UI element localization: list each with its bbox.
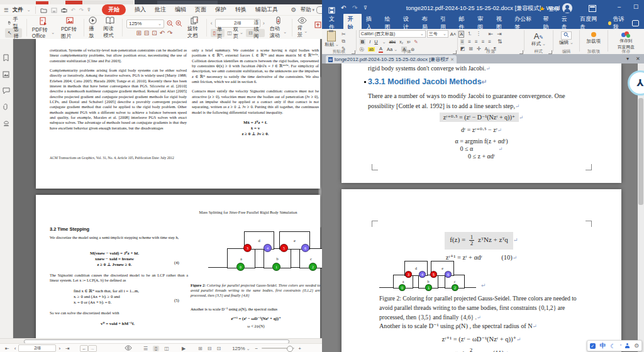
pdf-to-office-button[interactable]: W PDF转Office⌄ xyxy=(29,17,58,39)
fit-actual-icon[interactable]: ⊡ xyxy=(216,346,221,351)
help-menu[interactable]: 帮助▾ xyxy=(300,6,314,14)
rotate-document-button[interactable]: 旋转文档 xyxy=(184,16,204,39)
warning-icon[interactable]: ▲ xyxy=(539,4,545,11)
strikethrough-button[interactable]: abc xyxy=(389,40,396,44)
play-slideshow-button[interactable]: 播放 xyxy=(86,16,100,39)
ime-punctuation-icon[interactable]: ’’ xyxy=(620,344,621,348)
layout-single-icon[interactable]: ▯ xyxy=(153,346,159,351)
two-page-button[interactable]: ◫ 双页 ⌄ xyxy=(225,29,246,37)
ime-state-icon[interactable]: ✓ xyxy=(590,343,596,349)
word-vertical-scrollbar-thumb[interactable] xyxy=(638,98,643,205)
paste-button[interactable]: 粘贴⌄ xyxy=(325,31,339,48)
align-right-icon[interactable]: ≡ xyxy=(475,39,478,45)
prev-page-icon[interactable]: ‹ xyxy=(211,20,213,26)
multilevel-list-icon[interactable]: ⋮ xyxy=(476,31,481,36)
superscript-button[interactable]: x² xyxy=(407,40,410,44)
document-tab[interactable]: W tonge2012.pdf-2024-10-25 15-25-02.docx… xyxy=(326,55,457,63)
pdf-tab-annotate[interactable]: 批注 xyxy=(155,6,166,14)
bullets-icon[interactable]: ∷ xyxy=(460,31,464,36)
pdf-tab-edit[interactable]: 编辑 xyxy=(175,6,186,14)
pdf-tab-convert[interactable]: 转换 xyxy=(235,6,247,14)
save-icon[interactable] xyxy=(51,6,57,13)
status-zoom-value[interactable]: 125%⌄ xyxy=(232,346,250,351)
account-label[interactable]: 登录 xyxy=(548,6,559,13)
pdf-tab-protect[interactable]: 保护 xyxy=(215,6,226,14)
minimize-button[interactable]: – xyxy=(618,4,621,10)
word-vertical-scrollbar[interactable] xyxy=(638,63,644,352)
layout-facing-icon[interactable]: ◫ xyxy=(164,346,169,351)
font-size-dropdown[interactable]: 三号⌄ xyxy=(427,30,448,38)
ime-fullwidth-moon-icon[interactable]: ☾ xyxy=(610,343,616,349)
layout-continuous-icon[interactable]: ☰ xyxy=(143,346,148,351)
underline-button[interactable]: U xyxy=(374,39,377,45)
save-to-baidu-button[interactable]: 保存到 百度网盘 xyxy=(611,31,641,50)
auto-scroll-button[interactable]: 自动滚动⌄ xyxy=(267,16,290,39)
chat-bubble-icon[interactable] xyxy=(316,6,322,14)
word-canvas[interactable]: rigid body systems don't converge with J… xyxy=(322,63,644,352)
compress-button-clipped[interactable] xyxy=(311,21,322,35)
gear-icon[interactable]: ⚙ xyxy=(291,6,297,13)
fit-width-icon[interactable]: ⊞ xyxy=(198,346,203,351)
zoom-level-dropdown[interactable]: 125% ⌄ xyxy=(126,19,164,28)
line-spacing-icon[interactable]: ⇅ xyxy=(497,38,502,45)
history-forward-button[interactable]: → xyxy=(88,345,97,352)
ime-settings-gear-icon[interactable]: ⚙ xyxy=(634,343,639,349)
print-icon[interactable] xyxy=(61,6,67,13)
hamburger-icon[interactable]: ☰ xyxy=(4,7,9,13)
bookmarks-panel-icon[interactable] xyxy=(3,53,9,64)
document-tab-close-icon[interactable]: ✕ xyxy=(450,57,454,62)
pdf-canvas[interactable]: cretization. Systems of velocity-level n… xyxy=(13,39,322,338)
zoom-out-icon[interactable] xyxy=(167,20,174,27)
fit-page-icon[interactable]: ⊟ xyxy=(208,346,212,351)
bold-button[interactable]: B xyxy=(360,39,365,45)
zoom-slider-knob[interactable] xyxy=(287,346,293,352)
toolbar-overflow-icon[interactable]: ⊽ xyxy=(87,8,91,13)
numbering-icon[interactable]: ⒈ xyxy=(467,30,472,37)
editing-button[interactable]: 编辑⌄ xyxy=(556,31,577,46)
pdf-tab-insert[interactable]: 插入 xyxy=(135,6,146,14)
doctab-close-icon[interactable]: ✕ xyxy=(636,56,640,62)
decrease-indent-icon[interactable]: ⇤ xyxy=(489,31,494,37)
copy-icon[interactable]: ⧉ xyxy=(341,38,345,45)
single-page-button[interactable]: ▯ 单页 xyxy=(211,29,225,37)
clear-format-icon[interactable]: ✎ xyxy=(414,39,418,45)
styles-button[interactable]: A✎ 样式⌄ xyxy=(526,31,550,47)
cut-icon[interactable]: ✂ xyxy=(341,31,346,37)
comment-icon[interactable] xyxy=(632,20,639,26)
rotate-left-icon[interactable]: ↶ xyxy=(160,30,165,36)
align-center-icon[interactable]: ≡ xyxy=(468,39,471,45)
prev-page-icon[interactable]: ‹ xyxy=(14,346,16,351)
fit-width-icon[interactable]: ⊞ xyxy=(136,30,141,36)
fit-actual-icon[interactable]: ⊡ xyxy=(152,30,157,36)
pdf-to-image-button[interactable]: PDF转图片 xyxy=(58,16,82,40)
maximize-button[interactable]: ☐ xyxy=(633,4,638,10)
open-folder-icon[interactable] xyxy=(40,6,47,13)
eye-protect-icon[interactable] xyxy=(125,345,132,352)
next-page-icon[interactable]: › xyxy=(58,346,60,351)
italic-button[interactable]: I xyxy=(369,39,370,45)
stamps-panel-icon[interactable] xyxy=(3,118,10,129)
ime-user-icon[interactable] xyxy=(625,343,630,348)
pdf-tab-page[interactable]: 页面 xyxy=(195,6,206,14)
play-icon[interactable]: ▶ xyxy=(182,346,186,351)
subscript-button[interactable]: x₂ xyxy=(399,40,403,44)
last-page-icon[interactable]: ⇥ xyxy=(65,346,70,351)
doctab-scroll-caret-icon[interactable]: ▾ xyxy=(626,56,629,62)
zoom-minus-icon[interactable]: − xyxy=(255,346,258,351)
continuous-read-button[interactable]: ⊟ 连续阅读 xyxy=(246,29,265,37)
justify-icon[interactable]: ≡ xyxy=(482,39,485,45)
file-menu[interactable]: 文件 xyxy=(13,6,23,14)
next-page-icon[interactable]: › xyxy=(263,20,265,26)
distribute-icon[interactable]: ≡ xyxy=(488,39,491,45)
fit-page-icon[interactable]: ⊟ xyxy=(144,30,149,36)
pdf-tab-accessibility[interactable]: 辅助工具 xyxy=(255,6,278,14)
comments-panel-icon[interactable] xyxy=(3,85,10,97)
read-mode-button[interactable]: 阅读模式 xyxy=(100,16,120,39)
background-button[interactable]: 背景⌄ xyxy=(294,17,311,38)
ime-chinese-icon[interactable]: 中 xyxy=(600,342,606,350)
first-page-icon[interactable]: ⇤ xyxy=(5,346,9,351)
grow-font-icon[interactable]: A˄ xyxy=(450,31,456,37)
pdf-tab-home[interactable]: 开始 xyxy=(102,4,126,15)
history-back-button[interactable]: ← xyxy=(80,345,89,352)
select-tool-button[interactable]: ↖ 选择 xyxy=(5,28,22,38)
